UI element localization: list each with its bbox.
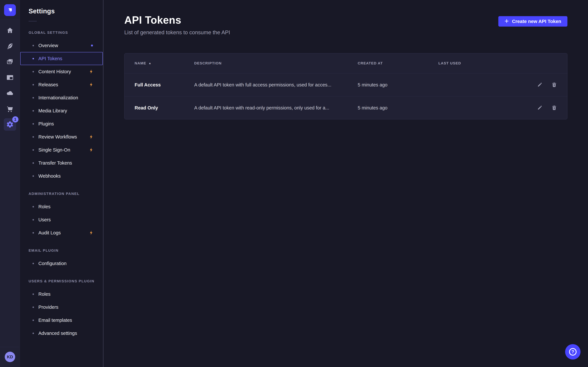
token-description-cell: A default API token with full access per…: [194, 82, 358, 88]
nav-item-label: Email templates: [38, 317, 72, 323]
nav-item-label: Releases: [38, 82, 58, 87]
subnav-item[interactable]: Overview: [20, 39, 103, 52]
subnav-sections: GLOBAL SETTINGS Overview API Tokens Cont…: [20, 31, 103, 340]
subnav-item[interactable]: Users: [20, 213, 103, 226]
bullet-icon: [33, 84, 34, 85]
bullet-icon: [33, 206, 34, 208]
bullet-icon: [33, 175, 34, 177]
nav-item-label: Audit Logs: [38, 230, 61, 235]
subnav-item[interactable]: Email templates: [20, 314, 103, 327]
settings-gear-icon[interactable]: 1: [4, 118, 16, 131]
section-items: Configuration: [20, 257, 103, 270]
subnav-item[interactable]: Releases: [20, 78, 103, 91]
bullet-icon: [33, 45, 34, 46]
bullet-icon: [33, 71, 34, 72]
nav-item-label: Content History: [38, 69, 71, 74]
nav-item-label: Roles: [38, 204, 51, 209]
column-header-name-sort[interactable]: NAME ▲: [135, 61, 152, 65]
section-label: GLOBAL SETTINGS: [29, 31, 103, 35]
lightning-icon: [89, 147, 94, 152]
subnav-section: USERS & PERMISSIONS PLUGIN Roles Provide…: [20, 279, 103, 340]
create-api-token-button[interactable]: + Create new API Token: [498, 16, 567, 27]
subnav-section: ADMINISTRATION PANEL Roles Users Audit L…: [20, 192, 103, 239]
bullet-icon: [33, 307, 34, 308]
bullet-icon: [33, 136, 34, 138]
subnav-item[interactable]: Transfer Tokens: [20, 156, 103, 169]
table-row[interactable]: Full Access A default API token with ful…: [124, 73, 567, 96]
nav-item-label: Media Library: [38, 108, 67, 114]
subnav-title: Settings: [29, 8, 103, 15]
table-row[interactable]: Read Only A default API token with read-…: [124, 96, 567, 119]
section-items: Roles Providers Email templates Advanced…: [20, 288, 103, 340]
nav-item-label: Single Sign-On: [38, 147, 70, 153]
page-subtitle: List of generated tokens to consume the …: [124, 29, 567, 35]
rail-bottom-divider: [0, 347, 20, 347]
lightning-icon: [89, 230, 94, 235]
pencil-icon: [537, 82, 543, 87]
subnav-item[interactable]: Advanced settings: [20, 327, 103, 340]
subnav-item[interactable]: Internationalization: [20, 91, 103, 104]
section-label: USERS & PERMISSIONS PLUGIN: [29, 279, 103, 283]
nav-item-label: Advanced settings: [38, 331, 77, 336]
nav-item-label: Overview: [38, 43, 58, 48]
content-manager-layout-icon[interactable]: [4, 71, 16, 84]
cloud-icon[interactable]: [4, 87, 16, 99]
edit-token-button[interactable]: [537, 105, 543, 111]
section-items: Roles Users Audit Logs: [20, 200, 103, 239]
nav-item-label: Transfer Tokens: [38, 160, 72, 166]
pencil-icon: [537, 105, 543, 110]
strapi-logo[interactable]: [4, 4, 16, 16]
nav-item-label: Roles: [38, 292, 51, 297]
subnav-item[interactable]: Media Library: [20, 104, 103, 117]
question-mark-icon: ?: [569, 348, 577, 356]
subnav-item[interactable]: Audit Logs: [20, 226, 103, 239]
bullet-icon: [33, 219, 34, 221]
subnav-item[interactable]: Single Sign-On: [20, 143, 103, 156]
column-header-created-at: CREATED AT: [358, 61, 438, 65]
delete-token-button[interactable]: [551, 82, 557, 88]
section-label: EMAIL PLUGIN: [29, 248, 103, 253]
api-tokens-table: NAME ▲ DESCRIPTION CREATED AT LAST USED …: [124, 53, 567, 119]
subnav-title-rule: [29, 21, 37, 21]
nav-item-label: Review Workflows: [38, 134, 77, 140]
subnav-item[interactable]: Providers: [20, 300, 103, 314]
table-header-row: NAME ▲ DESCRIPTION CREATED AT LAST USED: [124, 53, 567, 73]
main-content: API Tokens List of generated tokens to c…: [104, 0, 588, 367]
lightning-icon: [89, 82, 94, 87]
subnav-section: EMAIL PLUGIN Configuration: [20, 248, 103, 270]
section-label: ADMINISTRATION PANEL: [29, 192, 103, 196]
token-description-cell: A default API token with read-only permi…: [194, 105, 358, 111]
subnav-item[interactable]: Roles: [20, 288, 103, 300]
edit-token-button[interactable]: [537, 82, 543, 88]
subnav-item[interactable]: Webhooks: [20, 169, 103, 183]
marketplace-cart-icon[interactable]: [4, 103, 16, 115]
settings-notification-badge: 1: [12, 116, 18, 123]
home-icon[interactable]: [4, 24, 16, 37]
nav-item-label: Users: [38, 217, 51, 223]
bullet-icon: [33, 110, 34, 112]
bullet-icon: [33, 293, 34, 295]
nav-item-label: Configuration: [38, 261, 67, 266]
help-button[interactable]: ?: [565, 344, 580, 359]
bullet-icon: [33, 123, 34, 125]
notification-dot: [91, 44, 93, 47]
content-type-builder-feather-icon[interactable]: [4, 40, 16, 52]
trash-icon: [551, 105, 557, 110]
icon-rail: 1 KD: [0, 0, 20, 367]
subnav-item[interactable]: Configuration: [20, 257, 103, 270]
bullet-icon: [33, 149, 34, 151]
subnav-item[interactable]: Content History: [20, 65, 103, 78]
nav-item-label: Internationalization: [38, 95, 78, 100]
lightning-icon: [89, 134, 94, 140]
user-avatar[interactable]: KD: [5, 352, 15, 362]
media-library-images-icon[interactable]: [4, 56, 16, 68]
subnav-item[interactable]: Plugins: [20, 117, 103, 130]
section-items: Overview API Tokens Content History Rele…: [20, 39, 103, 183]
subnav-item[interactable]: API Tokens: [20, 52, 103, 65]
bullet-icon: [33, 97, 34, 99]
subnav-item[interactable]: Review Workflows: [20, 130, 103, 143]
delete-token-button[interactable]: [551, 105, 557, 111]
token-name-cell: Read Only: [135, 105, 194, 111]
subnav-item[interactable]: Roles: [20, 200, 103, 213]
nav-item-label: Webhooks: [38, 173, 61, 179]
